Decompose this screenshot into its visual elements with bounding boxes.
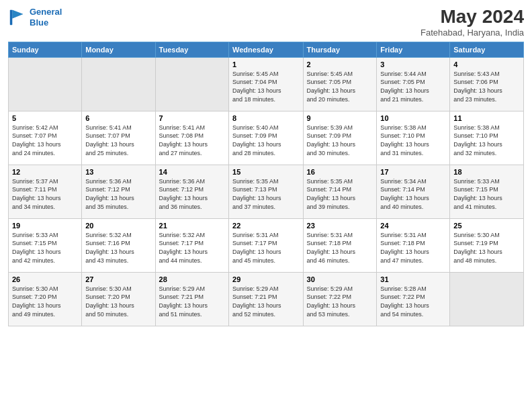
day-info: Sunrise: 5:41 AM Sunset: 7:08 PM Dayligh… bbox=[159, 124, 225, 157]
day-info: Sunrise: 5:30 AM Sunset: 7:20 PM Dayligh… bbox=[85, 285, 151, 318]
day-number: 13 bbox=[85, 168, 151, 176]
day-number: 2 bbox=[307, 60, 373, 68]
month-year-title: May 2024 bbox=[420, 7, 524, 28]
calendar-cell: 20Sunrise: 5:32 AM Sunset: 7:16 PM Dayli… bbox=[82, 218, 155, 272]
day-number: 10 bbox=[380, 114, 446, 122]
day-number: 21 bbox=[159, 222, 225, 230]
day-number: 22 bbox=[232, 222, 300, 230]
location-subtitle: Fatehabad, Haryana, India bbox=[420, 28, 524, 38]
day-info: Sunrise: 5:44 AM Sunset: 7:05 PM Dayligh… bbox=[380, 70, 446, 103]
weekday-header-tuesday: Tuesday bbox=[155, 42, 228, 57]
day-info: Sunrise: 5:38 AM Sunset: 7:10 PM Dayligh… bbox=[453, 124, 520, 157]
day-number: 27 bbox=[85, 275, 151, 283]
day-info: Sunrise: 5:45 AM Sunset: 7:04 PM Dayligh… bbox=[232, 70, 300, 103]
day-info: Sunrise: 5:39 AM Sunset: 7:09 PM Dayligh… bbox=[307, 124, 373, 157]
day-info: Sunrise: 5:42 AM Sunset: 7:07 PM Dayligh… bbox=[12, 124, 78, 157]
calendar-cell: 24Sunrise: 5:31 AM Sunset: 7:18 PM Dayli… bbox=[377, 218, 450, 272]
calendar-cell: 18Sunrise: 5:33 AM Sunset: 7:15 PM Dayli… bbox=[450, 165, 524, 218]
weekday-header-row: SundayMondayTuesdayWednesdayThursdayFrid… bbox=[9, 42, 524, 57]
day-info: Sunrise: 5:28 AM Sunset: 7:22 PM Dayligh… bbox=[380, 285, 446, 318]
svg-rect-1 bbox=[10, 9, 12, 24]
calendar-week-row: 5Sunrise: 5:42 AM Sunset: 7:07 PM Daylig… bbox=[9, 111, 524, 165]
calendar-cell: 5Sunrise: 5:42 AM Sunset: 7:07 PM Daylig… bbox=[9, 111, 82, 165]
day-info: Sunrise: 5:37 AM Sunset: 7:11 PM Dayligh… bbox=[12, 177, 78, 211]
calendar-cell: 6Sunrise: 5:41 AM Sunset: 7:07 PM Daylig… bbox=[82, 111, 155, 165]
day-number: 23 bbox=[307, 222, 373, 230]
day-number: 5 bbox=[12, 114, 78, 122]
weekday-header-thursday: Thursday bbox=[303, 42, 377, 57]
day-info: Sunrise: 5:30 AM Sunset: 7:20 PM Dayligh… bbox=[12, 285, 78, 318]
calendar-week-row: 12Sunrise: 5:37 AM Sunset: 7:11 PM Dayli… bbox=[9, 165, 524, 218]
svg-marker-3 bbox=[12, 9, 23, 18]
calendar-cell: 16Sunrise: 5:35 AM Sunset: 7:14 PM Dayli… bbox=[303, 165, 377, 218]
calendar-cell: 12Sunrise: 5:37 AM Sunset: 7:11 PM Dayli… bbox=[9, 165, 82, 218]
calendar-cell: 26Sunrise: 5:30 AM Sunset: 7:20 PM Dayli… bbox=[9, 272, 82, 326]
day-number: 16 bbox=[307, 168, 373, 176]
calendar-cell bbox=[155, 57, 228, 111]
day-number: 11 bbox=[453, 114, 520, 122]
calendar-cell: 3Sunrise: 5:44 AM Sunset: 7:05 PM Daylig… bbox=[377, 57, 450, 111]
calendar-container: General Blue May 2024 Fatehabad, Haryana… bbox=[0, 0, 532, 333]
calendar-cell: 1Sunrise: 5:45 AM Sunset: 7:04 PM Daylig… bbox=[229, 57, 304, 111]
calendar-cell: 23Sunrise: 5:31 AM Sunset: 7:18 PM Dayli… bbox=[303, 218, 377, 272]
calendar-cell: 31Sunrise: 5:28 AM Sunset: 7:22 PM Dayli… bbox=[377, 272, 450, 326]
calendar-cell: 15Sunrise: 5:35 AM Sunset: 7:13 PM Dayli… bbox=[229, 165, 304, 218]
day-number: 8 bbox=[232, 114, 300, 122]
calendar-cell: 19Sunrise: 5:33 AM Sunset: 7:15 PM Dayli… bbox=[9, 218, 82, 272]
calendar-cell: 9Sunrise: 5:39 AM Sunset: 7:09 PM Daylig… bbox=[303, 111, 377, 165]
logo-text: General Blue bbox=[30, 7, 62, 28]
calendar-cell: 28Sunrise: 5:29 AM Sunset: 7:21 PM Dayli… bbox=[155, 272, 228, 326]
weekday-header-saturday: Saturday bbox=[450, 42, 524, 57]
calendar-cell: 2Sunrise: 5:45 AM Sunset: 7:05 PM Daylig… bbox=[303, 57, 377, 111]
day-info: Sunrise: 5:38 AM Sunset: 7:10 PM Dayligh… bbox=[380, 124, 446, 157]
day-number: 20 bbox=[85, 222, 151, 230]
day-info: Sunrise: 5:33 AM Sunset: 7:15 PM Dayligh… bbox=[12, 231, 78, 265]
day-info: Sunrise: 5:35 AM Sunset: 7:13 PM Dayligh… bbox=[232, 177, 300, 211]
calendar-week-row: 19Sunrise: 5:33 AM Sunset: 7:15 PM Dayli… bbox=[9, 218, 524, 272]
day-number: 14 bbox=[159, 168, 225, 176]
day-info: Sunrise: 5:34 AM Sunset: 7:14 PM Dayligh… bbox=[380, 177, 446, 211]
logo-blue: Blue bbox=[30, 17, 62, 28]
calendar-cell: 21Sunrise: 5:32 AM Sunset: 7:17 PM Dayli… bbox=[155, 218, 228, 272]
calendar-week-row: 1Sunrise: 5:45 AM Sunset: 7:04 PM Daylig… bbox=[9, 57, 524, 111]
day-info: Sunrise: 5:29 AM Sunset: 7:21 PM Dayligh… bbox=[232, 285, 300, 318]
day-number: 17 bbox=[380, 168, 446, 176]
calendar-week-row: 26Sunrise: 5:30 AM Sunset: 7:20 PM Dayli… bbox=[9, 272, 524, 326]
weekday-header-friday: Friday bbox=[377, 42, 450, 57]
calendar-cell: 27Sunrise: 5:30 AM Sunset: 7:20 PM Dayli… bbox=[82, 272, 155, 326]
header: General Blue May 2024 Fatehabad, Haryana… bbox=[8, 7, 524, 38]
title-block: May 2024 Fatehabad, Haryana, India bbox=[420, 7, 524, 38]
calendar-table: SundayMondayTuesdayWednesdayThursdayFrid… bbox=[8, 42, 524, 326]
day-number: 25 bbox=[453, 222, 520, 230]
calendar-cell: 13Sunrise: 5:36 AM Sunset: 7:12 PM Dayli… bbox=[82, 165, 155, 218]
calendar-cell bbox=[450, 272, 524, 326]
calendar-cell: 25Sunrise: 5:30 AM Sunset: 7:19 PM Dayli… bbox=[450, 218, 524, 272]
calendar-cell: 29Sunrise: 5:29 AM Sunset: 7:21 PM Dayli… bbox=[229, 272, 304, 326]
calendar-cell: 4Sunrise: 5:43 AM Sunset: 7:06 PM Daylig… bbox=[450, 57, 524, 111]
day-number: 4 bbox=[453, 60, 520, 68]
day-info: Sunrise: 5:33 AM Sunset: 7:15 PM Dayligh… bbox=[453, 177, 520, 211]
day-info: Sunrise: 5:36 AM Sunset: 7:12 PM Dayligh… bbox=[159, 177, 225, 211]
day-info: Sunrise: 5:31 AM Sunset: 7:17 PM Dayligh… bbox=[232, 231, 300, 265]
logo-icon bbox=[8, 8, 27, 27]
day-info: Sunrise: 5:45 AM Sunset: 7:05 PM Dayligh… bbox=[307, 70, 373, 103]
day-number: 19 bbox=[12, 222, 78, 230]
calendar-body: 1Sunrise: 5:45 AM Sunset: 7:04 PM Daylig… bbox=[9, 57, 524, 326]
day-info: Sunrise: 5:31 AM Sunset: 7:18 PM Dayligh… bbox=[307, 231, 373, 265]
day-number: 1 bbox=[232, 60, 300, 68]
day-info: Sunrise: 5:29 AM Sunset: 7:22 PM Dayligh… bbox=[307, 285, 373, 318]
day-number: 12 bbox=[12, 168, 78, 176]
day-info: Sunrise: 5:41 AM Sunset: 7:07 PM Dayligh… bbox=[85, 124, 151, 157]
day-number: 18 bbox=[453, 168, 520, 176]
calendar-cell bbox=[82, 57, 155, 111]
day-number: 28 bbox=[159, 275, 225, 283]
calendar-header: SundayMondayTuesdayWednesdayThursdayFrid… bbox=[9, 42, 524, 57]
calendar-cell: 17Sunrise: 5:34 AM Sunset: 7:14 PM Dayli… bbox=[377, 165, 450, 218]
day-number: 24 bbox=[380, 222, 446, 230]
weekday-header-monday: Monday bbox=[82, 42, 155, 57]
day-info: Sunrise: 5:31 AM Sunset: 7:18 PM Dayligh… bbox=[380, 231, 446, 265]
day-info: Sunrise: 5:29 AM Sunset: 7:21 PM Dayligh… bbox=[159, 285, 225, 318]
weekday-header-wednesday: Wednesday bbox=[229, 42, 304, 57]
day-number: 6 bbox=[85, 114, 151, 122]
day-info: Sunrise: 5:32 AM Sunset: 7:16 PM Dayligh… bbox=[85, 231, 151, 265]
